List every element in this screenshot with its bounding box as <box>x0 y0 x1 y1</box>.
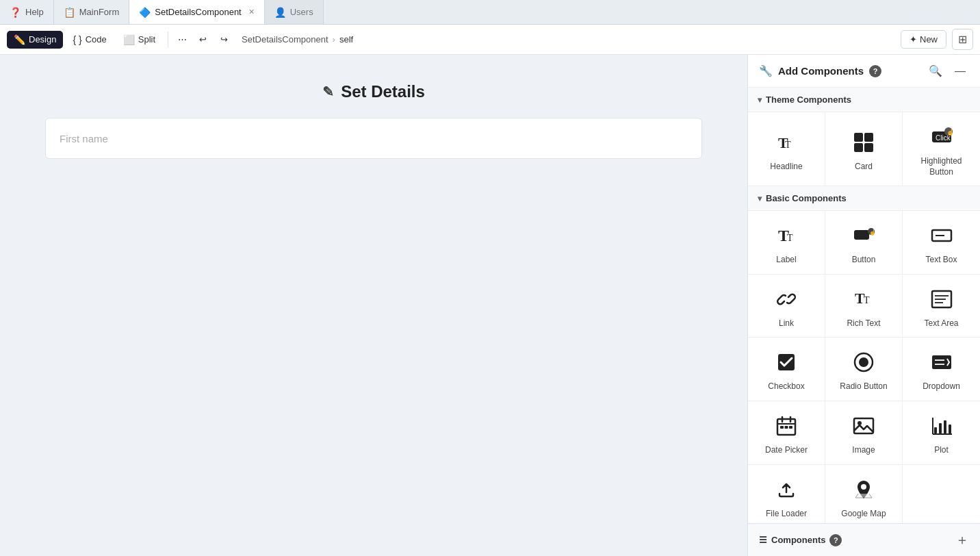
svg-rect-12 <box>854 230 869 240</box>
setdetails-tab-icon: 🔷 <box>139 7 151 18</box>
code-icon: { } <box>73 34 81 45</box>
component-image[interactable]: Image <box>825 401 903 465</box>
breadcrumb-separator: › <box>333 34 335 45</box>
canvas: ✎ Set Details First name <box>0 55 747 556</box>
tab-users-label: Users <box>290 7 313 17</box>
plot-icon <box>928 412 955 440</box>
svg-point-25 <box>859 357 868 367</box>
svg-rect-2 <box>854 133 863 142</box>
svg-text:☝: ☝ <box>946 128 953 136</box>
tab-setdetails[interactable]: 🔷 SetDetailsComponent ✕ <box>129 0 264 24</box>
svg-rect-5 <box>864 143 873 152</box>
svg-rect-3 <box>864 133 873 142</box>
bottom-panel-label: Components <box>771 535 825 545</box>
new-button[interactable]: ✦ New <box>901 30 946 49</box>
canvas-title-text: Set Details <box>341 82 425 101</box>
checkbox-icon <box>773 349 800 376</box>
component-plot[interactable]: Plot <box>903 401 980 465</box>
panel-title: Add Components <box>778 65 864 77</box>
tab-users[interactable]: 👤 Users <box>265 0 324 24</box>
code-label: Code <box>86 34 107 45</box>
undo-icon: ↩ <box>199 34 207 45</box>
mainform-tab-icon: 📋 <box>64 7 75 18</box>
dropdown-label: Dropdown <box>923 381 960 392</box>
component-checkbox[interactable]: Checkbox <box>748 338 825 401</box>
theme-chevron-icon: ▾ <box>758 95 762 105</box>
card-icon <box>850 129 877 156</box>
panel-header-title-group: 🔧 Add Components ? <box>759 64 881 77</box>
svg-rect-4 <box>854 143 863 152</box>
radio-button-icon <box>850 349 877 376</box>
basic-section-label: Basic Components <box>766 193 847 203</box>
tab-help-label: Help <box>25 7 44 17</box>
theme-section-label: Theme Components <box>766 94 851 105</box>
component-rich-text[interactable]: T T Rich Text <box>825 275 903 338</box>
panel-header-actions: 🔍 — <box>925 63 969 79</box>
svg-point-44 <box>861 484 866 490</box>
breadcrumb-current: self <box>339 34 353 45</box>
component-date-picker[interactable]: Date Picker <box>748 401 825 465</box>
tab-help[interactable]: ❓ Help <box>0 0 54 24</box>
component-text-area[interactable]: Text Area <box>903 275 980 338</box>
search-button[interactable]: 🔍 <box>925 63 946 79</box>
date-picker-label: Date Picker <box>765 445 808 456</box>
component-card[interactable]: Card <box>825 112 903 186</box>
design-button[interactable]: ✏️ Design <box>7 31 63 49</box>
basic-components-section[interactable]: ▾ Basic Components <box>748 186 980 211</box>
tab-mainform-label: MainForm <box>79 7 120 17</box>
highlighted-button-label: Highlighted Button <box>908 156 975 177</box>
svg-rect-39 <box>939 423 942 433</box>
component-dropdown[interactable]: Dropdown <box>903 338 980 401</box>
component-text-box[interactable]: Text Box <box>903 211 980 275</box>
add-component-button[interactable]: ＋ <box>955 531 969 549</box>
tab-setdetails-close[interactable]: ✕ <box>248 8 255 16</box>
undo-button[interactable]: ↩ <box>194 31 212 48</box>
collapse-button[interactable]: — <box>951 64 969 79</box>
form-field-firstname[interactable]: First name <box>45 118 702 159</box>
bottom-help-icon[interactable]: ? <box>829 534 842 546</box>
component-link[interactable]: Link <box>748 275 825 338</box>
component-label[interactable]: T T Label <box>748 211 825 275</box>
button-label: Button <box>852 255 876 266</box>
svg-rect-34 <box>785 426 788 429</box>
layout-toggle-icon: ⊞ <box>958 34 967 45</box>
image-label: Image <box>852 445 875 456</box>
tab-setdetails-label: SetDetailsComponent <box>155 7 241 17</box>
svg-text:☝: ☝ <box>869 229 875 236</box>
text-box-label: Text Box <box>925 255 957 266</box>
code-button[interactable]: { } Code <box>66 31 113 49</box>
component-button[interactable]: ☝ Button <box>825 211 903 275</box>
help-tab-icon: ❓ <box>10 7 21 18</box>
component-file-loader[interactable]: File Loader <box>748 465 825 523</box>
panel-header: 🔧 Add Components ? 🔍 — <box>748 55 980 88</box>
rich-text-icon: T T <box>850 286 877 313</box>
component-google-map[interactable]: Google Map <box>825 465 903 523</box>
theme-components-grid: T T Headline <box>748 112 980 186</box>
main-area: ✎ Set Details First name 🔧 Add Component… <box>0 55 980 556</box>
google-map-label: Google Map <box>841 509 886 520</box>
redo-button[interactable]: ↪ <box>215 31 233 48</box>
component-highlighted-button[interactable]: Click ☝ Highlighted Button <box>903 112 980 186</box>
new-button-label: ✦ New <box>910 34 938 45</box>
wrench-icon: 🔧 <box>759 64 773 77</box>
panel-help-icon[interactable]: ? <box>869 65 881 77</box>
headline-label: Headline <box>770 162 802 173</box>
split-button[interactable]: ⬜ Split <box>116 31 162 49</box>
tab-mainform[interactable]: 📋 MainForm <box>54 0 130 24</box>
split-label: Split <box>138 34 155 45</box>
basic-chevron-icon: ▾ <box>758 194 762 203</box>
date-picker-icon <box>773 412 800 440</box>
bottom-panel-title: ☰ Components ? <box>759 534 842 546</box>
plot-label: Plot <box>934 445 949 456</box>
image-icon <box>850 412 877 440</box>
design-label: Design <box>29 34 56 45</box>
theme-components-section[interactable]: ▾ Theme Components <box>748 88 980 112</box>
more-options-button[interactable]: ⋯ <box>174 31 191 48</box>
component-headline[interactable]: T T Headline <box>748 112 825 186</box>
button-icon: ☝ <box>850 222 877 249</box>
label-label: Label <box>776 255 796 266</box>
layout-toggle-button[interactable]: ⊞ <box>952 29 973 50</box>
svg-text:T: T <box>864 295 870 305</box>
component-radio-button[interactable]: Radio Button <box>825 338 903 401</box>
toolbar-right: ✦ New ⊞ <box>901 29 973 50</box>
